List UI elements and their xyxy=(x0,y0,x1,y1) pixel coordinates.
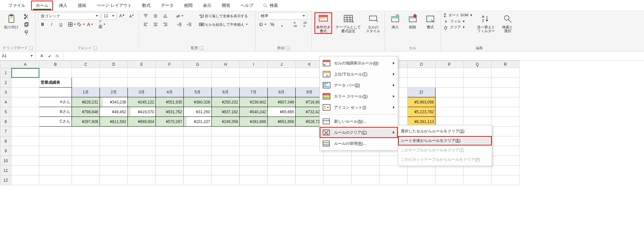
cell[interactable] xyxy=(72,175,100,185)
cell[interactable] xyxy=(156,136,184,146)
cell[interactable] xyxy=(240,68,268,78)
cell[interactable] xyxy=(352,175,380,185)
cell[interactable] xyxy=(11,175,39,185)
font-name-combo[interactable]: 游ゴシック xyxy=(38,12,100,20)
column-header[interactable]: F xyxy=(156,61,184,68)
enter-entry-icon[interactable] xyxy=(47,53,52,59)
cell[interactable] xyxy=(100,127,128,136)
cell[interactable]: ¥628,231 xyxy=(72,97,100,107)
cf-menu-clear[interactable]: ルールのクリア(C)選択したセルからルールをクリア(S)シート全体からルールをク… xyxy=(320,127,398,138)
cell[interactable] xyxy=(100,78,128,88)
cell[interactable] xyxy=(11,156,39,166)
font-dialog-launcher-icon[interactable] xyxy=(93,46,97,50)
cell[interactable] xyxy=(268,127,296,136)
cell[interactable]: Aさん xyxy=(39,97,72,107)
cell[interactable] xyxy=(491,68,519,78)
cell[interactable] xyxy=(128,127,156,136)
fill-button[interactable]: フィル▾ xyxy=(444,19,472,24)
fill-color-button[interactable] xyxy=(77,21,85,28)
cell-styles-button[interactable]: セルの スタイル xyxy=(364,12,382,34)
cell[interactable] xyxy=(128,166,156,175)
cell[interactable]: ¥837,182 xyxy=(212,107,240,117)
copy-button[interactable] xyxy=(22,21,31,28)
sort-filter-button[interactable]: AZ 並べ替えと フィルター xyxy=(476,12,497,34)
percent-style-button[interactable]: % xyxy=(268,21,276,28)
tab-ヘルプ[interactable]: ヘルプ xyxy=(236,1,258,10)
cell[interactable]: ¥551,935 xyxy=(156,97,184,107)
decrease-indent-button[interactable] xyxy=(175,21,184,28)
cell[interactable]: Cさん xyxy=(39,117,72,127)
cell[interactable] xyxy=(491,136,519,146)
cell[interactable] xyxy=(184,136,212,146)
row-header[interactable]: 9 xyxy=(0,146,11,156)
select-all-corner[interactable] xyxy=(0,61,11,68)
cell[interactable] xyxy=(436,175,463,185)
cell[interactable] xyxy=(491,127,519,136)
format-cells-button[interactable]: 書式 xyxy=(423,12,438,30)
cell[interactable] xyxy=(296,156,324,166)
cell[interactable]: ¥297,806 xyxy=(72,117,100,127)
cell[interactable] xyxy=(212,166,240,175)
tab-挿入[interactable]: 挿入 xyxy=(54,1,72,10)
cell[interactable]: ¥811,592 xyxy=(100,117,128,127)
cf-menu-db[interactable]: データ バー(D) xyxy=(320,80,398,91)
cell[interactable]: 営業成績表 xyxy=(39,78,72,88)
tab-ページ レイアウト[interactable]: ページ レイアウト xyxy=(92,1,136,10)
cell[interactable]: ¥343,236 xyxy=(100,97,128,107)
cell[interactable] xyxy=(39,68,72,78)
cell[interactable] xyxy=(72,146,100,156)
cell[interactable] xyxy=(324,175,352,185)
bold-button[interactable]: B xyxy=(38,21,47,28)
cell[interactable] xyxy=(39,166,72,175)
row-header[interactable]: 11 xyxy=(0,166,11,175)
column-header[interactable]: H xyxy=(212,61,240,68)
cell[interactable] xyxy=(72,166,100,175)
clear-sel[interactable]: 選択したセルからルールをクリア(S) xyxy=(398,127,492,136)
tab-数式[interactable]: 数式 xyxy=(138,1,155,10)
cell[interactable] xyxy=(100,136,128,146)
cell[interactable] xyxy=(156,146,184,156)
cell[interactable] xyxy=(128,136,156,146)
column-header[interactable]: A xyxy=(11,61,39,68)
cell[interactable] xyxy=(380,175,408,185)
cell[interactable]: ¥5,963,056 xyxy=(408,97,436,107)
cell[interactable]: 計 xyxy=(408,88,436,97)
cell[interactable] xyxy=(184,127,212,136)
cell[interactable] xyxy=(100,156,128,166)
cell[interactable]: ¥380,328 xyxy=(184,97,212,107)
cell[interactable] xyxy=(11,146,39,156)
cell[interactable] xyxy=(463,88,491,97)
row-header[interactable]: 5 xyxy=(0,107,11,117)
cell[interactable] xyxy=(268,166,296,175)
cell[interactable] xyxy=(11,88,39,97)
row-header[interactable]: 12 xyxy=(0,175,11,185)
number-format-combo[interactable]: 標準 xyxy=(258,12,307,20)
merge-center-button[interactable]: セルを結合して中央揃え xyxy=(197,21,253,28)
align-top-button[interactable] xyxy=(141,12,150,20)
cell[interactable] xyxy=(184,146,212,156)
column-header[interactable]: J xyxy=(268,61,296,68)
column-header[interactable]: C xyxy=(72,61,100,68)
cell[interactable]: 4月 xyxy=(156,88,184,97)
cell[interactable] xyxy=(352,166,380,175)
cell[interactable] xyxy=(296,166,324,175)
cell[interactable] xyxy=(240,146,268,156)
cell[interactable] xyxy=(240,166,268,175)
row-header[interactable]: 2 xyxy=(0,78,11,88)
conditional-format-button[interactable]: 条件付き 書式 xyxy=(315,12,332,34)
cell[interactable] xyxy=(491,146,519,156)
cell[interactable] xyxy=(436,88,463,97)
column-header[interactable]: O xyxy=(408,61,436,68)
cell[interactable] xyxy=(72,156,100,166)
cell[interactable] xyxy=(240,136,268,146)
cell[interactable]: 3月 xyxy=(128,88,156,97)
alignment-dialog-launcher-icon[interactable] xyxy=(199,46,203,50)
cell[interactable]: ¥101,107 xyxy=(184,117,212,127)
cell[interactable] xyxy=(100,146,128,156)
cell[interactable] xyxy=(39,146,72,156)
column-header[interactable]: I xyxy=(240,61,268,68)
cell[interactable] xyxy=(463,97,491,107)
format-as-table-button[interactable]: テーブルとして 書式設定 xyxy=(334,12,362,34)
column-header[interactable]: B xyxy=(39,61,72,68)
cell[interactable] xyxy=(128,146,156,156)
